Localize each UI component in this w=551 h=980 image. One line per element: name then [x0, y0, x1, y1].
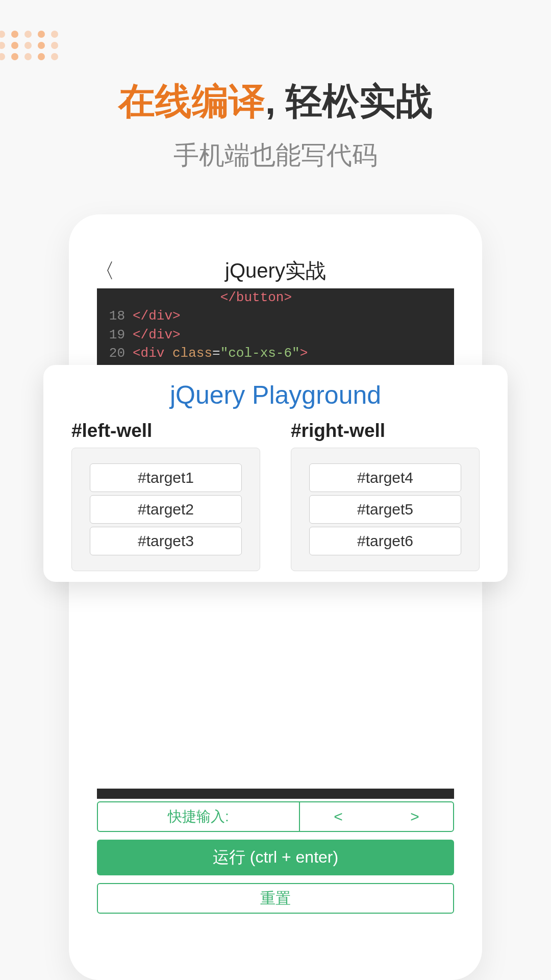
back-icon[interactable]: 〈 [94, 257, 115, 285]
heading-highlight: 在线编译 [118, 81, 265, 121]
right-well-box: #target4 #target5 #target6 [291, 448, 480, 571]
playground-title: jQuery Playground [71, 380, 480, 410]
left-well-section: #left-well #target1 #target2 #target3 [71, 420, 260, 571]
heading-secondary: 轻松实战 [286, 81, 433, 121]
right-well-section: #right-well #target4 #target5 #target6 [291, 420, 480, 571]
run-button[interactable]: 运行 (ctrl + enter) [97, 840, 454, 875]
heading-comma: , [265, 81, 276, 121]
phone-mockup: 〈 jQuery实战 </button> 18 </div> 19 </div>… [69, 214, 482, 980]
reset-button[interactable]: 重置 [97, 883, 454, 914]
code-line: 19 </div> [107, 326, 444, 344]
main-heading: 在线编译, 轻松实战 [0, 79, 551, 123]
left-well-label: #left-well [71, 420, 260, 442]
left-well-box: #target1 #target2 #target3 [71, 448, 260, 571]
target2-button[interactable]: #target2 [90, 495, 242, 524]
heading-section: 在线编译, 轻松实战 手机端也能写代码 [0, 79, 551, 173]
target1-button[interactable]: #target1 [90, 463, 242, 492]
quick-input-label: 快捷输入: [98, 802, 300, 831]
code-line: 18 </div> [107, 307, 444, 325]
code-line: </button> [107, 288, 444, 307]
subtitle: 手机端也能写代码 [0, 138, 551, 173]
target5-button[interactable]: #target5 [309, 495, 461, 524]
code-line: 20 <div class="col-xs-6"> [107, 344, 444, 362]
phone-header: 〈 jQuery实战 [69, 255, 482, 286]
decorative-dots [0, 31, 60, 60]
quick-input-bar: 快捷输入: < > [97, 801, 454, 832]
target3-button[interactable]: #target3 [90, 527, 242, 555]
wells-container: #left-well #target1 #target2 #target3 #r… [71, 420, 480, 571]
target6-button[interactable]: #target6 [309, 527, 461, 555]
target4-button[interactable]: #target4 [309, 463, 461, 492]
right-well-label: #right-well [291, 420, 480, 442]
editor-bottom-bar [97, 789, 454, 799]
page-title: jQuery实战 [225, 257, 326, 285]
playground-preview-card: jQuery Playground #left-well #target1 #t… [43, 365, 508, 582]
quick-gt-button[interactable]: > [377, 802, 453, 831]
quick-lt-button[interactable]: < [300, 802, 377, 831]
